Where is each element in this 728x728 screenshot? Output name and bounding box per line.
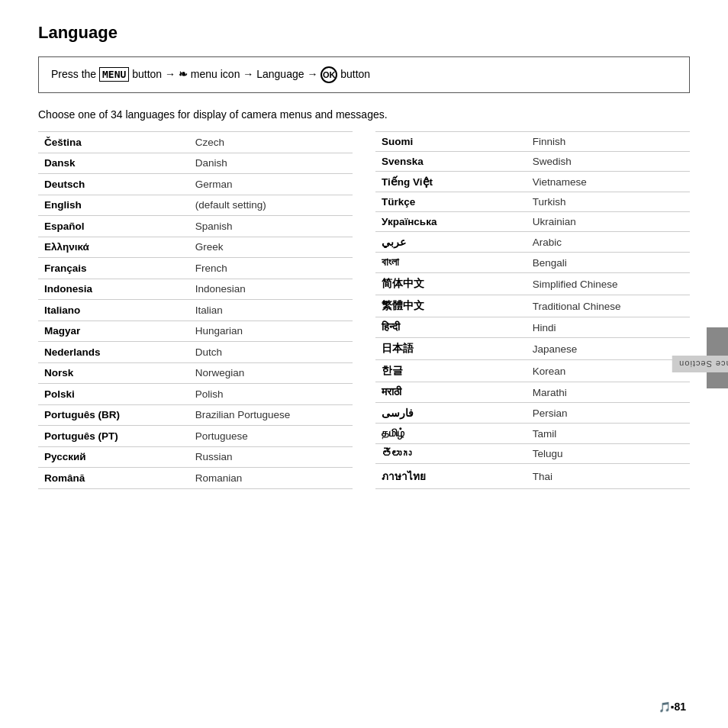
language-english: Brazilian Portuguese <box>189 404 353 426</box>
language-english: Traditional Chinese <box>527 295 690 317</box>
table-row: NederlandsDutch <box>38 342 353 363</box>
table-row: हिन्दीHindi <box>375 317 690 338</box>
reference-section-label: Reference Section <box>672 356 728 372</box>
table-row: বাংলাBengali <box>375 253 690 273</box>
table-row: Português (BR)Brazilian Portuguese <box>38 404 353 426</box>
table-row: TürkçeTurkish <box>375 192 690 212</box>
language-native: বাংলা <box>375 253 527 273</box>
language-english: Danish <box>189 153 353 174</box>
language-native: Tiếng Việt <box>375 172 527 192</box>
language-english: Finnish <box>527 132 690 152</box>
language-native: हिन्दी <box>375 317 527 338</box>
language-native: Français <box>38 258 189 279</box>
language-native: Deutsch <box>38 174 189 195</box>
language-grid: ČeštinaCzechDanskDanishDeutschGermanEngl… <box>38 131 690 489</box>
language-english: Czech <box>189 132 353 153</box>
instruction-box: Press the MENU button → ❧ menu icon → La… <box>38 56 690 93</box>
language-english: Tamil <box>527 424 690 444</box>
language-native: Polski <box>38 384 189 405</box>
language-native: Español <box>38 216 189 237</box>
language-native: 简体中文 <box>375 273 527 295</box>
table-row: English(default setting) <box>38 195 353 216</box>
language-native: Русский <box>38 446 189 468</box>
ok-button-icon: OK <box>321 66 337 83</box>
language-english: Ukrainian <box>527 212 690 232</box>
language-native: Magyar <box>38 321 189 342</box>
language-native: English <box>38 195 189 216</box>
table-row: DanskDanish <box>38 153 353 174</box>
language-native: Italiano <box>38 300 189 321</box>
table-row: मराठीMarathi <box>375 382 690 403</box>
language-native: 한글 <box>375 360 527 382</box>
language-native: Suomi <box>375 132 527 152</box>
table-row: MagyarHungarian <box>38 321 353 342</box>
language-english: Romanian <box>189 468 353 489</box>
table-row: Tiếng ViệtVietnamese <box>375 172 690 192</box>
table-row: 한글Korean <box>375 360 690 382</box>
table-row: NorskNorwegian <box>38 362 353 384</box>
language-native: Português (PT) <box>38 426 189 447</box>
language-english: (default setting) <box>189 195 353 216</box>
language-english: Hindi <box>527 317 690 338</box>
table-row: IndonesiaIndonesian <box>38 279 353 300</box>
language-native: 繁體中文 <box>375 295 527 317</box>
language-native: Čeština <box>38 132 189 153</box>
language-native: Dansk <box>38 153 189 174</box>
language-native: 日本語 <box>375 338 527 360</box>
left-language-table: ČeštinaCzechDanskDanishDeutschGermanEngl… <box>38 131 353 489</box>
language-english: Dutch <box>189 342 353 363</box>
language-native: فارسی <box>375 403 527 424</box>
language-english: Polish <box>189 384 353 405</box>
language-english: German <box>189 174 353 195</box>
table-row: PolskiPolish <box>38 384 353 405</box>
language-native: Ελληνικά <box>38 237 189 258</box>
table-row: РусскийRussian <box>38 446 353 468</box>
language-english: Vietnamese <box>527 172 690 192</box>
table-row: 繁體中文Traditional Chinese <box>375 295 690 317</box>
page-icon: 🎵▪ <box>659 701 675 713</box>
language-english: Marathi <box>527 382 690 403</box>
table-row: EspañolSpanish <box>38 216 353 237</box>
language-english: Swedish <box>527 152 690 172</box>
language-native: Português (BR) <box>38 404 189 426</box>
language-native: Türkçe <box>375 192 527 212</box>
language-native: Українська <box>375 212 527 232</box>
language-english: Arabic <box>527 232 690 253</box>
language-native: తెలుగు <box>375 444 527 464</box>
language-english: Italian <box>189 300 353 321</box>
language-native: ภาษาไทย <box>375 464 527 489</box>
page-number: 🎵▪81 <box>659 701 686 713</box>
language-english: Korean <box>527 360 690 382</box>
table-row: فارسیPersian <box>375 403 690 424</box>
language-english: Portuguese <box>189 426 353 447</box>
table-row: ΕλληνικάGreek <box>38 237 353 258</box>
table-row: Português (PT)Portuguese <box>38 426 353 447</box>
language-native: Svenska <box>375 152 527 172</box>
table-row: SvenskaSwedish <box>375 152 690 172</box>
language-native: Norsk <box>38 362 189 384</box>
language-english: Norwegian <box>189 362 353 384</box>
menu-key: MENU <box>99 67 129 82</box>
language-native: मराठी <box>375 382 527 403</box>
right-language-table: SuomiFinnishSvenskaSwedishTiếng ViệtViet… <box>375 131 690 489</box>
menu-icon: ❧ <box>179 68 188 80</box>
table-row: தமிழ்Tamil <box>375 424 690 444</box>
language-english: Thai <box>527 464 690 489</box>
table-row: ภาษาไทยThai <box>375 464 690 489</box>
table-row: ČeštinaCzech <box>38 132 353 153</box>
language-english: Greek <box>189 237 353 258</box>
language-native: عربي <box>375 232 527 253</box>
language-english: Spanish <box>189 216 353 237</box>
language-english: Russian <box>189 446 353 468</box>
subtitle: Choose one of 34 languages for display o… <box>38 108 690 121</box>
table-row: DeutschGerman <box>38 174 353 195</box>
language-native: Nederlands <box>38 342 189 363</box>
table-row: SuomiFinnish <box>375 132 690 152</box>
table-row: ItalianoItalian <box>38 300 353 321</box>
page-title: Language <box>38 23 690 43</box>
table-row: FrançaisFrench <box>38 258 353 279</box>
language-english: Bengali <box>527 253 690 273</box>
language-english: Japanese <box>527 338 690 360</box>
table-row: УкраїнськаUkrainian <box>375 212 690 232</box>
table-row: RomânăRomanian <box>38 468 353 489</box>
